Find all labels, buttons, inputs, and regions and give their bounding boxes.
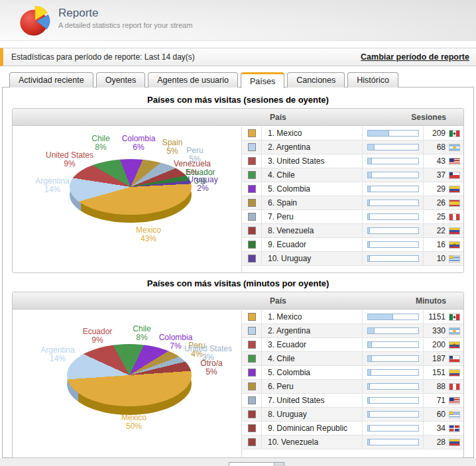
share-bar-fill: [368, 439, 371, 445]
legend-color-swatch: [248, 424, 256, 432]
flag-cell: [449, 130, 465, 137]
legend-color-swatch: [248, 410, 256, 418]
swatch-cell: [242, 436, 262, 449]
flag-cl-icon: [449, 355, 460, 363]
bar-cell: [363, 366, 424, 379]
swatch-cell: [242, 310, 262, 323]
country-row: 2. Argentina330: [242, 324, 463, 338]
period-label: Estadísticas para período de reporte: La…: [11, 52, 195, 62]
value-cell: 37: [424, 170, 449, 180]
share-bar-fill: [368, 242, 371, 247]
country-row: 5. Colombia151: [242, 366, 463, 380]
country-row: 3. United States43: [242, 154, 463, 168]
page-subtitle: A detailed statistics report for your st…: [58, 21, 192, 29]
legend-color-swatch: [248, 382, 256, 390]
pie-label: Ecuador9%: [83, 327, 113, 345]
share-bar: [367, 439, 419, 445]
country-label: 10. Uruguay: [262, 252, 363, 265]
bar-cell: [363, 224, 424, 237]
swatch-cell: [242, 408, 262, 421]
country-row: 4. Chile187: [242, 352, 463, 366]
bar-cell: [363, 408, 424, 421]
country-row: 6. Peru88: [242, 380, 463, 394]
bar-cell: [363, 182, 424, 196]
share-bar: [367, 186, 419, 192]
share-bar: [367, 383, 419, 390]
pie-label: Uruguay2%: [188, 176, 217, 193]
header-titles: Reporte A detailed statistics report for…: [58, 7, 192, 29]
country-label: 1. Mexico: [262, 310, 363, 323]
country-row: 2. Argentina68: [242, 141, 463, 154]
minutes-panel: País Minutos Chile8%Colombia7%Peru4%Unit…: [12, 292, 464, 458]
share-bar-fill: [368, 186, 371, 192]
tab-oyentes[interactable]: Oyentes: [96, 72, 146, 87]
country-label: 6. Peru: [262, 380, 363, 393]
bar-cell: [363, 141, 424, 154]
report-period-bar: Estadísticas para período de reporte: La…: [0, 48, 476, 66]
flag-cell: [449, 314, 465, 321]
legend-color-swatch: [248, 369, 256, 377]
share-bar: [367, 241, 419, 248]
share-bar-fill: [368, 412, 371, 417]
flag-cell: [449, 411, 465, 418]
minutes-pie-chart: Chile8%Colombia7%Peru4%United States3%Ot…: [13, 310, 241, 457]
legend-color-swatch: [248, 255, 256, 262]
flag-cell: [449, 172, 465, 179]
tab-canciones[interactable]: Canciones: [287, 72, 345, 87]
share-bar-fill: [368, 200, 371, 205]
column-header-minutes: Minutos: [416, 296, 446, 306]
pie-label: Mexico43%: [136, 226, 161, 243]
bar-cell: [363, 324, 424, 337]
bar-cell: [363, 252, 424, 265]
legend-color-swatch: [248, 355, 256, 363]
change-period-link[interactable]: Cambiar período de reporte: [361, 52, 469, 62]
share-bar: [367, 314, 419, 320]
footer-dropdown[interactable]: [229, 462, 284, 466]
flag-cell: [449, 383, 465, 390]
panel-title-sessions: Países con más visitas (sesiones de oyen…: [3, 95, 473, 105]
legend-color-swatch: [248, 129, 256, 137]
share-bar: [367, 144, 419, 150]
value-cell: 29: [424, 184, 449, 194]
legend-color-swatch: [248, 227, 256, 235]
chevron-down-icon[interactable]: [274, 463, 284, 466]
flag-cell: [449, 397, 465, 404]
legend-color-swatch: [248, 241, 256, 249]
legend-color-swatch: [248, 199, 256, 207]
tab-agentes-de-usuario[interactable]: Agentes de usuario: [148, 72, 238, 87]
bar-cell: [363, 196, 424, 209]
value-cell: 22: [424, 226, 449, 235]
legend-color-swatch: [248, 313, 256, 321]
share-bar-fill: [368, 398, 371, 403]
flag-ve-icon: [449, 227, 460, 235]
flag-uy-icon: [449, 255, 460, 262]
bar-cell: [363, 436, 424, 449]
swatch-cell: [242, 141, 262, 154]
pie-chart-face: [67, 344, 192, 406]
flag-cell: [449, 439, 465, 446]
legend-color-swatch: [248, 185, 256, 193]
country-label: 2. Argentina: [262, 324, 363, 337]
flag-ve-icon: [449, 439, 460, 446]
panel-body: Colombia6%Spain5%Peru5%Venezuela5%Ecuado…: [13, 127, 463, 272]
country-row: 4. Chile37: [242, 168, 463, 182]
tab-países[interactable]: Países: [241, 72, 284, 88]
country-label: 7. United States: [262, 394, 363, 407]
bar-cell: [363, 338, 424, 351]
column-header-sessions: Sesiones: [411, 113, 446, 122]
bar-cell: [363, 422, 424, 435]
swatch-cell: [242, 380, 262, 393]
bar-cell: [363, 394, 424, 407]
tab-actividad-reciente[interactable]: Actividad reciente: [9, 72, 93, 87]
tab-histórico[interactable]: Histórico: [347, 72, 398, 87]
bar-cell: [363, 352, 424, 365]
value-cell: 43: [424, 156, 449, 166]
value-cell: 330: [424, 326, 449, 335]
swatch-cell: [242, 324, 262, 337]
share-bar: [367, 227, 419, 234]
bar-cell: [363, 210, 424, 223]
share-bar: [367, 341, 419, 348]
pie-label: Colombia6%: [122, 135, 156, 152]
country-row: 8. Venezuela22: [242, 224, 463, 238]
country-row: 7. Peru25: [242, 210, 463, 224]
